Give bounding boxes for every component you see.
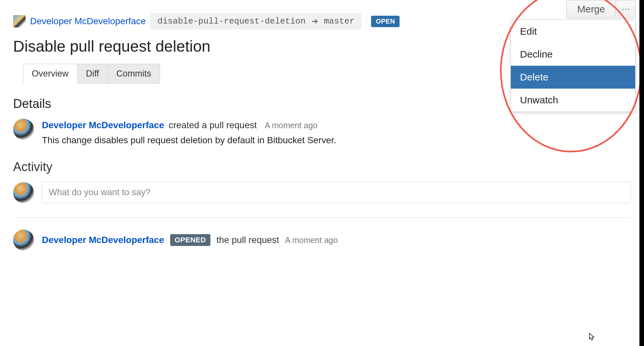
divider [13, 217, 631, 218]
merge-button[interactable]: Merge [566, 0, 616, 18]
avatar[interactable] [13, 119, 34, 140]
target-branch[interactable]: master [324, 16, 355, 26]
menu-item-decline[interactable]: Decline [511, 43, 635, 66]
comment-row [13, 182, 631, 203]
avatar[interactable] [13, 230, 34, 251]
merge-button-group: Merge ⋯ [566, 0, 635, 18]
activity-heading: Activity [13, 160, 631, 174]
action-area: Merge ⋯ Edit Decline Delete Unwatch [566, 0, 635, 18]
details-action-text: created a pull request [169, 120, 257, 130]
source-branch[interactable]: disable-pull-request-deletion [157, 16, 305, 26]
activity-author-link[interactable]: Developer McDeveloperface [42, 235, 164, 245]
menu-item-edit[interactable]: Edit [511, 20, 635, 43]
activity-item: Developer McDeveloperface OPENED the pul… [13, 230, 631, 251]
tab-commits[interactable]: Commits [108, 64, 160, 84]
status-badge: OPEN [371, 16, 400, 27]
avatar[interactable] [13, 182, 34, 203]
arrow-right-icon: ➔ [312, 17, 318, 26]
details-row: Developer McDeveloperface created a pull… [13, 119, 631, 146]
author-link[interactable]: Developer McDeveloperface [30, 16, 146, 26]
comment-input[interactable] [42, 182, 631, 203]
avatar[interactable] [13, 15, 26, 27]
activity-time: A moment ago [285, 235, 338, 245]
details-content: Developer McDeveloperface created a pull… [42, 119, 336, 146]
menu-item-delete[interactable]: Delete [511, 66, 635, 89]
details-author-link[interactable]: Developer McDeveloperface [42, 120, 164, 130]
tab-overview[interactable]: Overview [23, 64, 78, 84]
cursor-icon [588, 333, 596, 344]
details-description: This change disables pull request deleti… [42, 135, 336, 146]
tab-diff[interactable]: Diff [77, 64, 108, 84]
branch-indicator: disable-pull-request-deletion ➔ master [150, 13, 362, 29]
more-actions-button[interactable]: ⋯ [616, 0, 635, 18]
details-heading: Details [13, 97, 51, 111]
activity-text: the pull request [216, 235, 279, 245]
divider [366, 15, 367, 27]
opened-badge: OPENED [170, 234, 211, 246]
menu-item-unwatch[interactable]: Unwatch [511, 89, 635, 112]
details-time: A moment ago [265, 121, 317, 130]
actions-dropdown: Edit Decline Delete Unwatch [510, 20, 635, 112]
right-edge [639, 0, 644, 346]
